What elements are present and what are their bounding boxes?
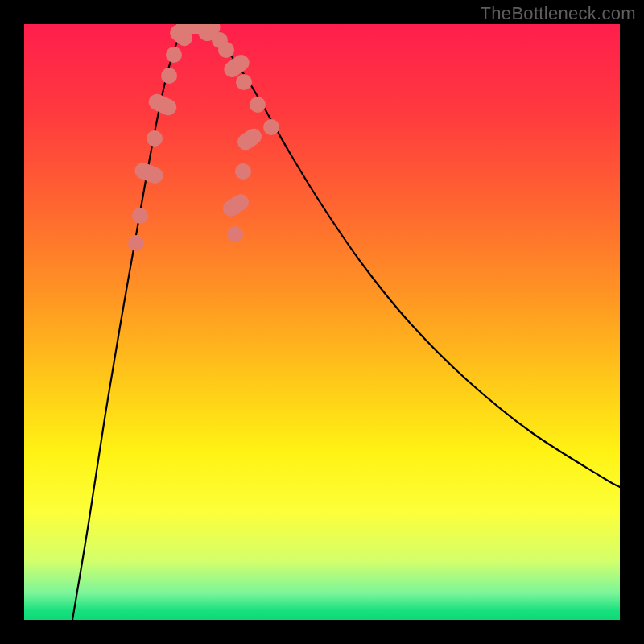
marker-dot [236, 74, 252, 90]
marker-dot [147, 130, 163, 147]
marker-dot [218, 42, 234, 58]
plot-area [24, 24, 620, 620]
chart-frame: TheBottleneck.com [0, 0, 644, 644]
marker-dot [128, 235, 144, 251]
marker-dot [132, 208, 148, 224]
marker-dot [235, 163, 251, 180]
chart-svg [24, 24, 620, 620]
marker-dot [161, 68, 177, 84]
watermark-text: TheBottleneck.com [481, 3, 636, 24]
marker-dot [250, 97, 266, 113]
gradient-background [24, 24, 620, 620]
marker-dot [263, 119, 279, 135]
marker-dot [227, 226, 243, 242]
marker-dot [166, 47, 182, 63]
